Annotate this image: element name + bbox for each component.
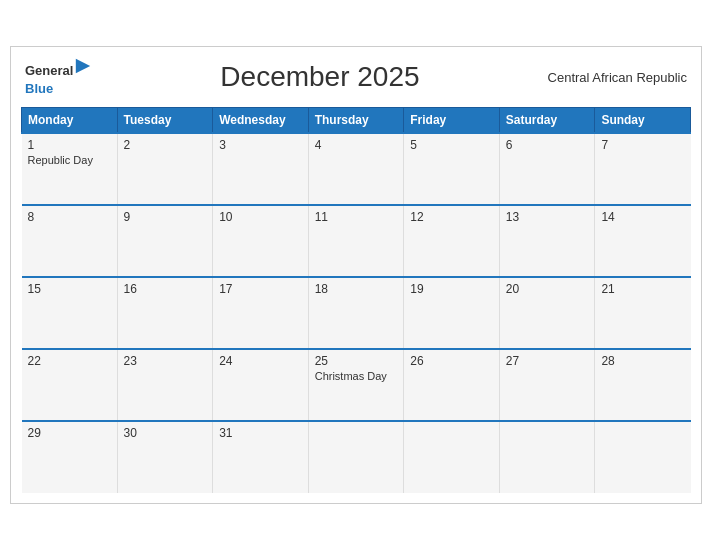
day-number: 19 xyxy=(410,282,493,296)
day-number: 17 xyxy=(219,282,302,296)
day-number: 10 xyxy=(219,210,302,224)
week-row-1: 1Republic Day234567 xyxy=(22,133,691,205)
day-number: 1 xyxy=(28,138,111,152)
logo: General Blue xyxy=(25,57,92,97)
logo-text: General Blue xyxy=(25,57,92,97)
day-number: 12 xyxy=(410,210,493,224)
logo-general: General xyxy=(25,63,73,78)
calendar-header: General Blue December 2025 Central Afric… xyxy=(21,57,691,97)
day-number: 2 xyxy=(124,138,207,152)
day-number: 9 xyxy=(124,210,207,224)
day-cell: 15 xyxy=(22,277,118,349)
day-cell xyxy=(404,421,500,493)
day-number: 31 xyxy=(219,426,302,440)
day-cell: 25Christmas Day xyxy=(308,349,404,421)
weekday-header-thursday: Thursday xyxy=(308,108,404,134)
day-number: 22 xyxy=(28,354,111,368)
day-cell: 29 xyxy=(22,421,118,493)
logo-blue: Blue xyxy=(25,81,53,96)
weekday-header-tuesday: Tuesday xyxy=(117,108,213,134)
day-number: 7 xyxy=(601,138,684,152)
day-number: 20 xyxy=(506,282,589,296)
week-row-3: 15161718192021 xyxy=(22,277,691,349)
day-number: 6 xyxy=(506,138,589,152)
day-number: 15 xyxy=(28,282,111,296)
day-number: 27 xyxy=(506,354,589,368)
day-cell: 6 xyxy=(499,133,595,205)
svg-marker-0 xyxy=(76,59,90,73)
logo-flag-icon xyxy=(74,57,92,75)
weekday-header-sunday: Sunday xyxy=(595,108,691,134)
day-cell: 17 xyxy=(213,277,309,349)
day-cell xyxy=(595,421,691,493)
day-cell: 22 xyxy=(22,349,118,421)
day-cell: 16 xyxy=(117,277,213,349)
day-number: 25 xyxy=(315,354,398,368)
day-cell: 27 xyxy=(499,349,595,421)
day-number: 13 xyxy=(506,210,589,224)
day-cell xyxy=(499,421,595,493)
day-number: 21 xyxy=(601,282,684,296)
weekday-header-saturday: Saturday xyxy=(499,108,595,134)
day-cell: 18 xyxy=(308,277,404,349)
day-cell: 12 xyxy=(404,205,500,277)
day-cell: 11 xyxy=(308,205,404,277)
day-cell: 24 xyxy=(213,349,309,421)
day-cell: 21 xyxy=(595,277,691,349)
weekday-header-wednesday: Wednesday xyxy=(213,108,309,134)
day-cell: 13 xyxy=(499,205,595,277)
day-cell: 26 xyxy=(404,349,500,421)
day-cell: 23 xyxy=(117,349,213,421)
calendar-table: MondayTuesdayWednesdayThursdayFridaySatu… xyxy=(21,107,691,493)
day-number: 3 xyxy=(219,138,302,152)
weekday-header-monday: Monday xyxy=(22,108,118,134)
day-cell: 14 xyxy=(595,205,691,277)
day-number: 16 xyxy=(124,282,207,296)
calendar-container: General Blue December 2025 Central Afric… xyxy=(10,46,702,504)
holiday-label: Republic Day xyxy=(28,154,111,166)
day-number: 24 xyxy=(219,354,302,368)
weekday-header-row: MondayTuesdayWednesdayThursdayFridaySatu… xyxy=(22,108,691,134)
weekday-header-friday: Friday xyxy=(404,108,500,134)
day-number: 26 xyxy=(410,354,493,368)
day-number: 5 xyxy=(410,138,493,152)
week-row-5: 293031 xyxy=(22,421,691,493)
day-cell: 9 xyxy=(117,205,213,277)
country-name: Central African Republic xyxy=(548,70,687,85)
day-cell: 2 xyxy=(117,133,213,205)
day-number: 11 xyxy=(315,210,398,224)
day-cell: 19 xyxy=(404,277,500,349)
day-cell: 31 xyxy=(213,421,309,493)
day-number: 18 xyxy=(315,282,398,296)
week-row-2: 891011121314 xyxy=(22,205,691,277)
day-cell: 28 xyxy=(595,349,691,421)
day-number: 30 xyxy=(124,426,207,440)
day-cell: 1Republic Day xyxy=(22,133,118,205)
day-cell: 20 xyxy=(499,277,595,349)
day-number: 8 xyxy=(28,210,111,224)
day-number: 4 xyxy=(315,138,398,152)
day-cell: 8 xyxy=(22,205,118,277)
day-cell: 10 xyxy=(213,205,309,277)
day-cell: 7 xyxy=(595,133,691,205)
day-number: 28 xyxy=(601,354,684,368)
month-title: December 2025 xyxy=(220,61,419,93)
day-cell: 3 xyxy=(213,133,309,205)
day-cell xyxy=(308,421,404,493)
day-cell: 30 xyxy=(117,421,213,493)
day-number: 23 xyxy=(124,354,207,368)
week-row-4: 22232425Christmas Day262728 xyxy=(22,349,691,421)
holiday-label: Christmas Day xyxy=(315,370,398,382)
day-number: 14 xyxy=(601,210,684,224)
day-cell: 4 xyxy=(308,133,404,205)
day-cell: 5 xyxy=(404,133,500,205)
day-number: 29 xyxy=(28,426,111,440)
